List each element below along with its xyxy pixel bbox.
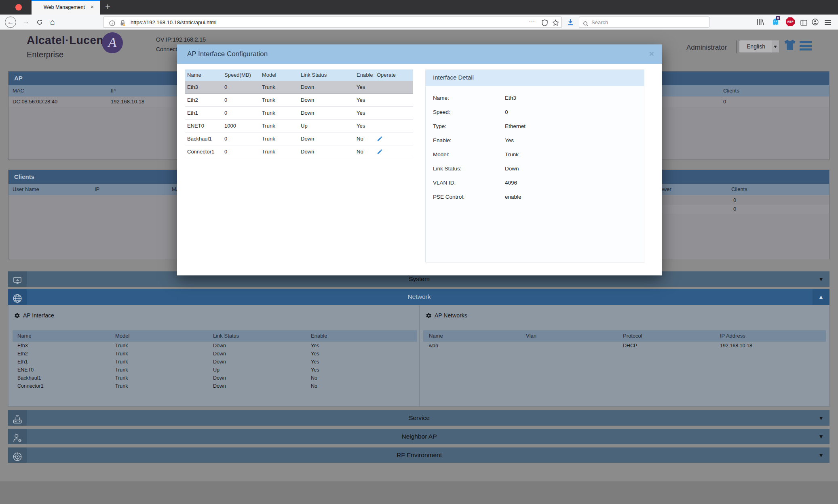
wireless-router-icon [8,410,27,426]
accordion-service[interactable]: Service ▼ [8,410,830,426]
table-row[interactable]: Backhaul1TrunkDownNo [13,375,417,383]
interface-row-selected[interactable]: Eth30TrunkDownYes [185,81,413,94]
column-model: Model [262,72,276,78]
url-bar[interactable]: https://192.168.10.18/static/apui.html ⋯ [103,17,562,28]
dialog-title-bar[interactable]: AP Interface Configuration × [177,44,662,64]
download-icon[interactable] [567,18,574,26]
ap-interface-subpanel-title[interactable]: AP Interface [23,312,54,319]
gear-icon [14,312,20,319]
site-info-icon[interactable] [109,19,115,27]
column-ip: IP [111,88,116,94]
brand-name: Alcatel·Lucent [27,34,108,47]
interface-row[interactable]: Backhaul10TrunkDownNo [185,132,413,145]
new-tab-button[interactable]: + [105,2,110,12]
table-row[interactable]: ENET0TrunkUpYes [13,367,417,375]
column-user-name: User Name [13,186,39,192]
window-close-button[interactable] [15,4,22,10]
column-clients: Clients [731,186,747,192]
page-actions-icon[interactable]: ⋯ [529,18,535,25]
chevron-down-icon: ▼ [818,415,824,421]
chevron-down-icon: ▼ [818,433,824,440]
radio-clients-value: 0 [733,206,736,212]
ghostery-icon[interactable]: 0 [772,18,779,26]
collapse-button[interactable]: ▲ [813,289,830,305]
column-protocol: Protocol [623,333,642,339]
tab-title: Web Management [44,4,85,10]
interface-row[interactable]: Eth20TrunkDownYes [185,94,413,107]
table-row[interactable]: Eth1TrunkDownYes [13,359,417,367]
browser-toolbar: ← → ⌂ https://192.168.10.18/static/apui.… [0,15,838,30]
accordion-system-label: System [27,275,812,283]
browser-tab[interactable]: Web Management × [32,0,100,15]
accordion-network[interactable]: Network ▲ [8,289,830,305]
gear-icon [426,312,432,319]
language-select-arrow-box[interactable] [772,40,779,52]
person-gear-icon [8,429,27,444]
edit-pencil-icon[interactable] [377,135,383,142]
back-button[interactable]: ← [5,17,16,28]
forward-button[interactable]: → [20,17,32,28]
detail-field-label: Model: [433,151,450,158]
search-icon [583,20,589,27]
edit-pencil-icon[interactable] [377,148,383,155]
shield-icon[interactable] [542,19,548,26]
search-placeholder: Search [591,19,608,25]
url-text[interactable]: https://192.168.10.18/static/apui.html [131,19,216,25]
chevron-up-icon: ▲ [818,294,824,300]
table-row[interactable]: Eth2TrunkDownYes [13,351,417,359]
detail-field-value: Ethernet [505,123,526,129]
language-value: English [739,43,773,50]
home-icon[interactable]: ⌂ [47,17,58,28]
column-ip: IP [95,186,99,192]
interface-detail-header: Interface Detail [426,70,644,86]
tab-close-icon[interactable]: × [91,4,94,10]
menu-icon[interactable] [825,19,831,26]
ap-networks-subpanel-title[interactable]: AP Networks [435,312,467,319]
detail-field-label: Link Status: [433,166,462,172]
accordion-rf-environment[interactable]: RF Environment ▼ [8,447,830,463]
theme-tshirt-icon[interactable] [783,38,797,52]
accordion-neighbor-ap-label: Neighbor AP [27,433,812,440]
language-select[interactable]: English [739,40,779,53]
interface-row[interactable]: Eth10TrunkDownYes [185,107,413,120]
interface-table: Name Speed(MB) Model Link Status Enable … [185,69,413,158]
sidebar-icon[interactable] [800,19,807,26]
user-name: Administrator [686,44,727,52]
browser-tab-bar: Web Management × + [0,0,838,15]
column-name: Name [17,333,32,339]
interface-row[interactable]: Connector10TrunkDownNo [185,145,413,158]
detail-field-label: VLAN ID: [433,180,456,186]
header-divider [736,40,737,53]
detail-field-value: Down [505,166,519,172]
table-row[interactable]: wan DHCP 192.168.10.18 [423,343,826,351]
column-model: Model [115,333,129,339]
table-row[interactable]: Connector1TrunkDownNo [13,383,417,391]
column-link-status: Link Status [301,72,327,78]
ghostery-badge: 0 [776,16,780,20]
bookmark-star-icon[interactable] [552,19,559,26]
column-clients: Clients [723,88,739,94]
column-speed: Speed(MB) [224,72,251,78]
network-section-body: AP Interface Name Model Link Status Enab… [8,305,830,407]
subpanel-divider [419,305,420,406]
reload-icon[interactable] [34,17,45,28]
adblock-plus-icon[interactable]: ABP [786,17,795,26]
detail-field-label: Speed: [433,109,450,115]
accordion-neighbor-ap[interactable]: Neighbor AP ▼ [8,429,830,444]
table-row[interactable]: Eth3TrunkDownYes [13,343,417,351]
accordion-network-label: Network [27,293,812,300]
search-input[interactable]: Search [579,17,709,28]
close-icon[interactable]: × [649,49,654,59]
column-vlan: Vlan [526,333,536,339]
page-footer-area [0,481,838,504]
page-menu-icon[interactable] [800,40,812,52]
insecure-lock-icon[interactable] [120,19,126,26]
interface-row[interactable]: ENET01000TrunkUpYes [185,120,413,132]
detail-field-label: Enable: [433,137,452,143]
detail-field-value: Eth3 [505,95,516,101]
detail-field-value: Yes [505,137,514,143]
interface-detail-panel: Interface Detail Name:Eth3 Speed:0 Type:… [425,69,644,262]
active-tab-accent [32,0,100,1]
library-icon[interactable] [757,18,764,25]
account-icon[interactable] [812,18,819,25]
